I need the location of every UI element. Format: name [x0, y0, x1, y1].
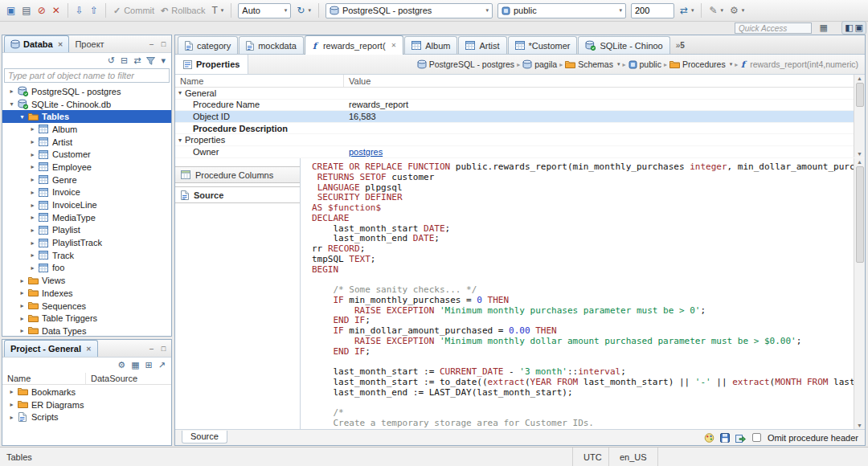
settings-icon[interactable]: ⚙▾: [727, 3, 747, 18]
transaction-mode-combo[interactable]: Auto▾: [238, 3, 291, 18]
editor-tab-album[interactable]: Album: [404, 36, 457, 54]
collapse-all-icon[interactable]: ⊟: [121, 55, 128, 66]
source-scrollbar[interactable]: ▲ ▼: [854, 158, 865, 429]
tree-item-genre[interactable]: ▸Genre: [2, 174, 171, 186]
column-datasource[interactable]: DataSource: [86, 374, 137, 383]
chevron-down-icon[interactable]: ▾: [7, 100, 16, 108]
expand-icon[interactable]: ⊞: [145, 360, 153, 370]
palette-icon[interactable]: [704, 433, 714, 443]
tab-проект[interactable]: Проект: [69, 35, 109, 52]
filter-icon[interactable]: [146, 57, 155, 65]
breadcrumb-item-procedures[interactable]: Procedures▾: [669, 59, 732, 69]
chevron-right-icon[interactable]: ▸: [7, 401, 16, 408]
status-locale[interactable]: en_US: [608, 448, 658, 466]
export-icon[interactable]: [735, 433, 746, 443]
chevron-right-icon[interactable]: ▸: [28, 163, 37, 170]
scrollbar-thumb[interactable]: [856, 83, 864, 107]
minimize-icon[interactable]: –: [147, 345, 156, 353]
source-code[interactable]: CREATE OR REPLACE FUNCTION public.reward…: [301, 158, 854, 429]
chevron-right-icon[interactable]: ▸: [18, 315, 27, 322]
new-window-icon[interactable]: ▣: [4, 3, 18, 18]
editor-tab-category[interactable]: category: [178, 36, 238, 54]
chevron-down-icon[interactable]: ▾: [18, 113, 27, 121]
chevron-right-icon[interactable]: ▸: [28, 264, 37, 272]
maximize-icon[interactable]: □: [159, 40, 168, 48]
tree-item-artist[interactable]: ▸Artist: [2, 136, 171, 149]
breadcrumb-item-pagila[interactable]: pagila: [522, 59, 557, 69]
pin-tab-icon[interactable]: ⇩: [73, 3, 86, 18]
tree-item-indexes[interactable]: ▸Indexes: [2, 287, 171, 300]
chevron-right-icon[interactable]: ▸: [28, 125, 37, 133]
sql-editor-icon[interactable]: ▤: [19, 3, 33, 18]
maximize-icon[interactable]: □: [159, 345, 168, 353]
minimize-icon[interactable]: –: [147, 40, 156, 48]
chevron-right-icon[interactable]: ▸: [28, 189, 37, 196]
breadcrumb-item-schemas[interactable]: Schemas▾: [565, 59, 620, 69]
chevron-right-icon[interactable]: ▸: [18, 302, 27, 309]
object-filter-input[interactable]: [4, 68, 170, 83]
tree-item-mediatype[interactable]: ▸MediaType: [2, 211, 171, 224]
subtab-procedure-columns[interactable]: Procedure Columns: [175, 166, 300, 183]
tree-item-playlisttrack[interactable]: ▸PlaylistTrack: [2, 236, 171, 249]
chevron-right-icon[interactable]: ▸: [18, 289, 27, 296]
tree-item-track[interactable]: ▸Track: [2, 249, 171, 262]
save-icon[interactable]: [720, 433, 730, 443]
quick-access-input[interactable]: [735, 22, 812, 34]
link-icon[interactable]: ↗: [158, 360, 166, 370]
omit-header-checkbox[interactable]: [752, 433, 761, 442]
chevron-right-icon[interactable]: ▸: [7, 414, 16, 421]
query-history-icon[interactable]: ⇄▾: [678, 3, 697, 18]
grid-row-general[interactable]: ▾General: [175, 88, 865, 100]
scrollbar-thumb[interactable]: [856, 166, 864, 263]
scroll-up-icon[interactable]: ▲: [857, 159, 862, 165]
tree-item-foo[interactable]: ▸foo: [2, 262, 171, 275]
editor-tab-rewards-report[interactable]: frewards_report(✕: [305, 35, 403, 55]
chevron-right-icon[interactable]: ▸: [28, 151, 37, 158]
tree-item-invoiceline[interactable]: ▸InvoiceLine: [2, 198, 171, 211]
active-datasource-combo[interactable]: PostgreSQL - postgres▾: [326, 3, 493, 18]
settings-icon[interactable]: ⚙: [117, 360, 125, 370]
tree-item-tables[interactable]: ▾Tables: [2, 110, 171, 123]
layout-icon[interactable]: ▦: [131, 360, 139, 370]
chevron-right-icon[interactable]: ▸: [28, 176, 37, 183]
breadcrumb-item-postgresql-postgres[interactable]: PostgreSQL - postgres: [417, 59, 514, 69]
commit-button[interactable]: ✓Commit: [111, 4, 157, 18]
column-name[interactable]: Name: [2, 373, 86, 384]
editor-tab-customer[interactable]: *Customer: [508, 36, 578, 54]
chevron-down-icon[interactable]: ▾: [178, 137, 182, 144]
grid-row-object-id[interactable]: Object ID16,583: [175, 111, 865, 123]
transaction-log-icon[interactable]: T▾: [209, 3, 226, 18]
abort-icon[interactable]: ✕: [50, 3, 63, 18]
disconnect-icon[interactable]: ⊘: [35, 3, 48, 18]
tab-source-bottom[interactable]: Source: [182, 431, 227, 444]
tab-databa[interactable]: Databa✕: [4, 35, 69, 52]
dbeaver-perspective-icon[interactable]: ◧: [845, 22, 853, 33]
tree-item-views[interactable]: ▸Views: [2, 274, 171, 287]
tree-item-sequences[interactable]: ▸Sequences: [2, 300, 171, 313]
grid-column-value[interactable]: Value: [344, 76, 865, 86]
tree-item-employee[interactable]: ▸Employee: [2, 161, 171, 174]
tree-item-postgresql-postgres[interactable]: ▸PostgreSQL - postgres: [2, 85, 171, 98]
chevron-right-icon[interactable]: ▸: [28, 239, 37, 247]
tree-item-data-types[interactable]: ▸Data Types: [2, 325, 171, 336]
scroll-down-icon[interactable]: ▼: [857, 151, 862, 157]
chevron-right-icon[interactable]: ▸: [28, 138, 37, 145]
tree-item-table-triggers[interactable]: ▸Table Triggers: [2, 312, 171, 325]
tab-project-general[interactable]: Project - General✕: [4, 340, 98, 357]
tree-item-album[interactable]: ▸Album: [2, 123, 171, 136]
chevron-right-icon[interactable]: ▸: [28, 214, 37, 221]
tree-item-scripts[interactable]: ▸Scripts: [2, 411, 171, 423]
view-menu-icon[interactable]: ▾: [161, 55, 166, 66]
chevron-right-icon[interactable]: ▸: [28, 202, 37, 209]
editor-tab-artist[interactable]: Artist: [458, 36, 506, 54]
tree-item-bookmarks[interactable]: ▸Bookmarks: [2, 386, 171, 399]
rollback-button[interactable]: ↶Rollback: [158, 4, 207, 18]
breadcrumb-item-public[interactable]: public: [628, 59, 661, 69]
grid-row-procedure-name[interactable]: Procedure Namerewards_report: [175, 100, 865, 112]
tab-overflow[interactable]: »5: [676, 41, 685, 50]
grid-column-name[interactable]: Name: [175, 75, 344, 87]
subtab-source[interactable]: Source: [175, 186, 300, 203]
chevron-right-icon[interactable]: ▸: [7, 88, 16, 95]
chevron-right-icon[interactable]: ▸: [18, 327, 27, 334]
chevron-right-icon[interactable]: ▸: [18, 277, 27, 284]
